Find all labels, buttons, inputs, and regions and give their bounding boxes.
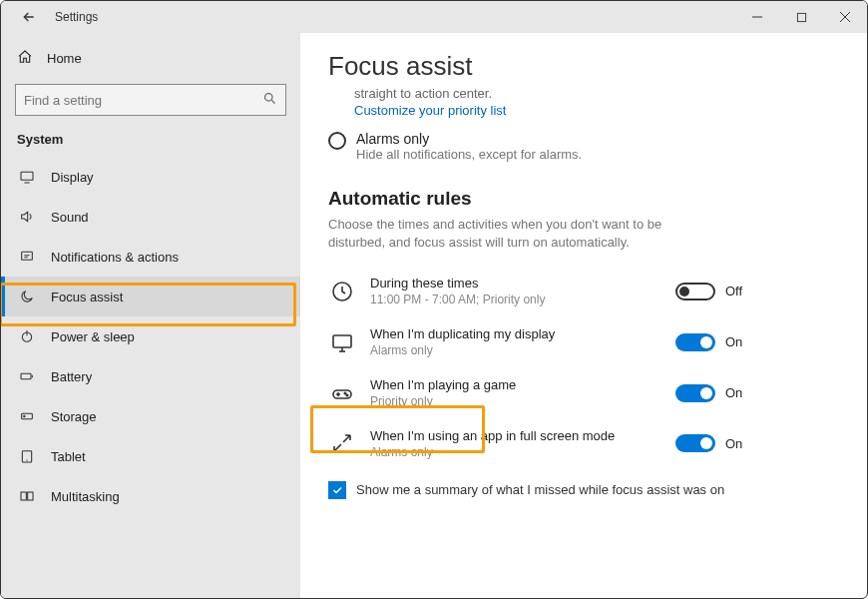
- nav-label: Notifications & actions: [51, 250, 179, 265]
- svg-rect-1: [797, 13, 805, 21]
- sidebar: Home System Display Sound: [1, 33, 300, 598]
- fullscreen-icon: [328, 429, 356, 457]
- nav-focus-assist[interactable]: Focus assist: [1, 277, 300, 316]
- rule-title: When I'm using an app in full screen mod…: [370, 428, 661, 445]
- close-button[interactable]: [823, 1, 867, 33]
- radio-alarms-only[interactable]: Alarms only Hide all notifications, exce…: [328, 131, 839, 162]
- battery-icon: [19, 368, 35, 384]
- summary-checkbox-label: Show me a summary of what I missed while…: [356, 482, 724, 497]
- svg-rect-6: [21, 172, 33, 180]
- nav-label: Storage: [51, 409, 97, 424]
- radio-sub: Hide all notifications, except for alarm…: [356, 147, 582, 162]
- nav-label: Focus assist: [51, 290, 123, 304]
- sound-icon: [19, 209, 35, 225]
- rule-sub: Alarms only: [370, 445, 661, 459]
- rule-during-times[interactable]: During these times 11:00 PM - 7:00 AM; P…: [328, 266, 747, 316]
- svg-point-26: [344, 392, 346, 394]
- truncated-description: straight to action center.: [354, 86, 839, 101]
- svg-line-5: [271, 100, 274, 103]
- svg-rect-18: [28, 492, 33, 500]
- home-label: Home: [47, 51, 82, 66]
- minimize-button[interactable]: [735, 1, 779, 33]
- rule-title: When I'm playing a game: [370, 377, 661, 394]
- rule-sub: 11:00 PM - 7:00 AM; Priority only: [370, 293, 661, 306]
- home-icon: [17, 49, 33, 68]
- home-link[interactable]: Home: [1, 41, 300, 76]
- power-icon: [19, 328, 35, 344]
- nav-label: Power & sleep: [51, 329, 135, 344]
- radio-icon[interactable]: [328, 132, 346, 150]
- nav-tablet[interactable]: Tablet: [1, 436, 300, 476]
- svg-point-27: [346, 394, 348, 396]
- nav-label: Multitasking: [51, 489, 120, 504]
- nav-multitasking[interactable]: Multitasking: [1, 476, 300, 516]
- page-title: Focus assist: [328, 51, 839, 82]
- radio-label: Alarms only: [356, 131, 582, 147]
- nav-sound[interactable]: Sound: [1, 197, 300, 237]
- svg-point-4: [265, 93, 273, 101]
- toggle-playing-game[interactable]: [675, 384, 715, 402]
- nav-label: Battery: [51, 369, 92, 384]
- search-icon: [262, 91, 277, 110]
- toggle-state: On: [725, 436, 747, 451]
- nav-notifications[interactable]: Notifications & actions: [1, 237, 300, 277]
- nav-battery[interactable]: Battery: [1, 356, 300, 396]
- nav-label: Display: [51, 170, 94, 185]
- back-button[interactable]: [15, 3, 43, 31]
- toggle-duplicating-display[interactable]: [675, 333, 715, 351]
- toggle-state: Off: [725, 284, 747, 299]
- svg-rect-23: [333, 390, 351, 398]
- search-box[interactable]: [15, 84, 286, 116]
- nav-display[interactable]: Display: [1, 157, 300, 197]
- checkbox-checked[interactable]: [328, 481, 346, 499]
- nav-power[interactable]: Power & sleep: [1, 316, 300, 356]
- svg-rect-20: [333, 335, 351, 347]
- rule-fullscreen-app[interactable]: When I'm using an app in full screen mod…: [328, 418, 747, 469]
- toggle-state: On: [725, 334, 747, 349]
- toggle-state: On: [725, 385, 747, 400]
- search-input[interactable]: [24, 93, 262, 108]
- tablet-icon: [19, 448, 35, 464]
- rule-sub: Priority only: [370, 394, 661, 408]
- clock-icon: [328, 278, 356, 305]
- nav-label: Sound: [51, 210, 89, 225]
- content-area: Focus assist straight to action center. …: [300, 33, 867, 598]
- notifications-icon: [19, 249, 35, 265]
- rule-title: When I'm duplicating my display: [370, 326, 661, 343]
- toggle-fullscreen-app[interactable]: [675, 434, 715, 452]
- maximize-button[interactable]: [779, 1, 823, 33]
- nav-label: Tablet: [51, 449, 86, 464]
- monitor-icon: [328, 328, 356, 356]
- category-heading: System: [1, 126, 300, 157]
- rule-title: During these times: [370, 276, 661, 293]
- nav-storage[interactable]: Storage: [1, 396, 300, 436]
- svg-rect-8: [22, 252, 33, 260]
- window-title: Settings: [55, 10, 98, 24]
- rule-duplicating-display[interactable]: When I'm duplicating my display Alarms o…: [328, 316, 747, 367]
- automatic-rules-heading: Automatic rules: [328, 188, 839, 210]
- gamepad-icon: [328, 379, 356, 407]
- multitasking-icon: [19, 488, 35, 504]
- storage-icon: [19, 408, 35, 424]
- svg-rect-11: [21, 373, 31, 378]
- customize-priority-link[interactable]: Customize your priority list: [354, 103, 506, 118]
- svg-point-14: [24, 415, 25, 416]
- titlebar: Settings: [1, 1, 867, 33]
- rule-sub: Alarms only: [370, 343, 661, 357]
- summary-checkbox-row[interactable]: Show me a summary of what I missed while…: [328, 481, 839, 499]
- svg-rect-17: [21, 492, 26, 500]
- rule-playing-game[interactable]: When I'm playing a game Priority only On: [328, 367, 747, 418]
- display-icon: [19, 169, 35, 185]
- automatic-rules-desc: Choose the times and activities when you…: [328, 216, 717, 252]
- toggle-during-times[interactable]: [675, 283, 715, 300]
- moon-icon: [19, 289, 35, 304]
